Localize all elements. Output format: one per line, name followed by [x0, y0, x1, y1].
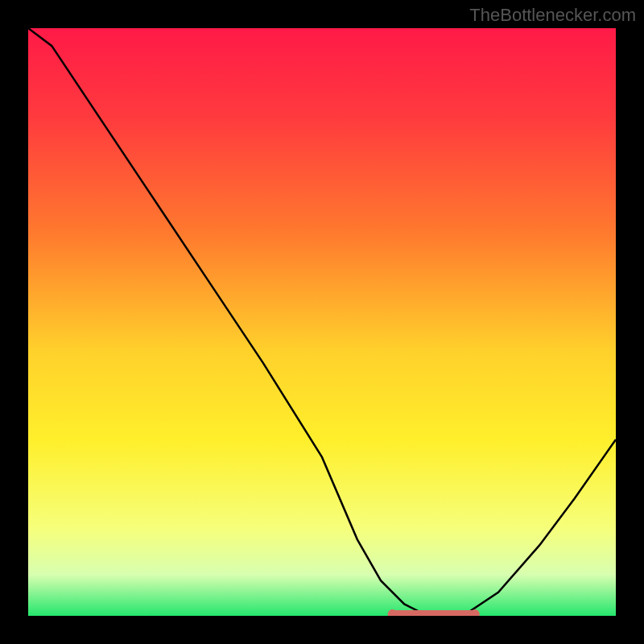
chart-svg — [28, 28, 616, 616]
chart-plot-area — [28, 28, 616, 616]
watermark-text: TheBottlenecker.com — [469, 5, 636, 26]
gradient-background — [28, 28, 616, 616]
chart-frame: TheBottlenecker.com — [0, 0, 644, 644]
